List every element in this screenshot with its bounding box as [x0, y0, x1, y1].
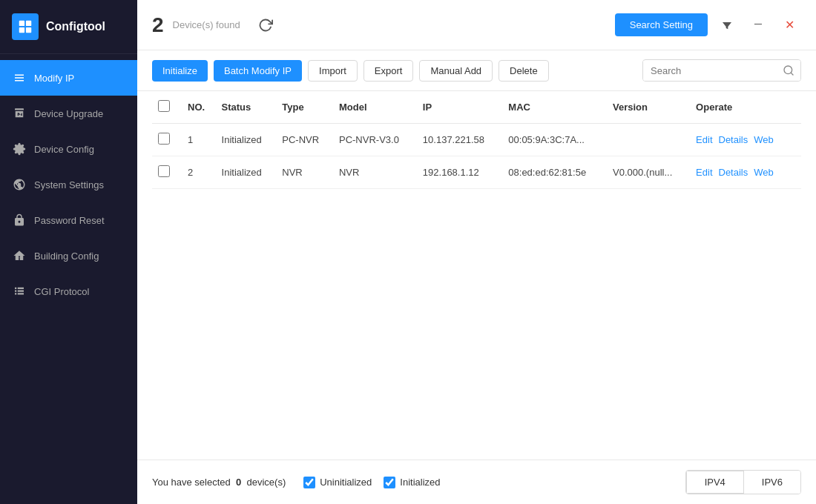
table-header-row: NO. Status Type Model IP MAC Version Ope…	[152, 91, 801, 124]
operate-details-1[interactable]: Details	[719, 167, 748, 178]
upgrade-icon	[12, 106, 27, 121]
sidebar-nav: Modify IP Device Upgrade Device Config S…	[0, 54, 137, 504]
batch-modify-ip-button[interactable]: Batch Modify IP	[214, 60, 302, 82]
sidebar-label-system-settings: System Settings	[34, 179, 104, 190]
operate-details-0[interactable]: Details	[719, 134, 748, 145]
topbar-right: Search Setting ─ ✕	[615, 13, 801, 37]
initialize-button[interactable]: Initialize	[152, 60, 208, 82]
delete-button[interactable]: Delete	[499, 60, 549, 82]
export-button[interactable]: Export	[363, 60, 414, 82]
row-operate: EditDetailsWeb	[690, 124, 801, 156]
row-checkbox-1[interactable]	[158, 165, 170, 177]
search-icon-button[interactable]	[777, 60, 800, 81]
row-version: V0.000.(null...	[607, 156, 690, 189]
operate-edit-1[interactable]: Edit	[696, 167, 712, 178]
sidebar-label-cgi-protocol: CGI Protocol	[34, 286, 89, 297]
operate-edit-0[interactable]: Edit	[696, 134, 712, 145]
table-row: 1 Initialized PC-NVR PC-NVR-V3.0 10.137.…	[152, 124, 801, 156]
col-version: Version	[607, 91, 690, 124]
logo-icon	[12, 13, 39, 40]
uninitialized-label: Uninitialized	[320, 477, 372, 488]
col-status: Status	[216, 91, 277, 124]
filter-button[interactable]	[715, 13, 739, 37]
row-type: NVR	[276, 156, 333, 189]
row-no: 2	[182, 156, 216, 189]
initialized-label: Initialized	[400, 477, 440, 488]
device-table-container: NO. Status Type Model IP MAC Version Ope…	[137, 91, 816, 460]
svg-rect-2	[19, 27, 24, 33]
sidebar-label-building-config: Building Config	[34, 251, 99, 262]
table-row: 2 Initialized NVR NVR 192.168.1.12 08:ed…	[152, 156, 801, 189]
row-mac: 00:05:9A:3C:7A...	[502, 124, 607, 156]
uninitialized-filter[interactable]: Uninitialized	[303, 477, 372, 488]
search-input[interactable]	[643, 61, 777, 81]
row-ip: 192.168.1.12	[417, 156, 502, 189]
row-model: NVR	[333, 156, 417, 189]
building-icon	[12, 248, 27, 263]
row-mac: 08:ed:ed:62:81:5e	[502, 156, 607, 189]
operate-web-0[interactable]: Web	[754, 134, 774, 145]
selected-count: 0	[236, 477, 241, 488]
select-all-col	[152, 91, 182, 124]
password-icon	[12, 213, 27, 228]
toolbar: Initialize Batch Modify IP Import Export…	[137, 50, 816, 91]
row-no: 1	[182, 124, 216, 156]
row-version	[607, 124, 690, 156]
sidebar-item-device-config[interactable]: Device Config	[0, 131, 137, 167]
col-operate: Operate	[690, 91, 801, 124]
sidebar-label-device-config: Device Config	[34, 144, 94, 155]
minimize-button[interactable]: ─	[746, 13, 770, 37]
initialized-checkbox[interactable]	[384, 477, 395, 488]
device-count: 2	[152, 13, 164, 37]
settings-icon	[12, 177, 27, 192]
initialized-filter[interactable]: Initialized	[384, 477, 440, 488]
row-status: Initialized	[216, 156, 277, 189]
app-logo: Configtool	[0, 0, 137, 54]
selected-text: You have selected 0 device(s)	[152, 477, 286, 488]
sidebar-label-password-reset: Password Reset	[34, 215, 105, 226]
ipv4-button[interactable]: IPV4	[686, 471, 744, 494]
row-ip: 10.137.221.58	[417, 124, 502, 156]
sidebar-label-modify-ip: Modify IP	[34, 73, 74, 84]
table-body: 1 Initialized PC-NVR PC-NVR-V3.0 10.137.…	[152, 124, 801, 189]
row-checkbox-cell	[152, 124, 182, 156]
device-table: NO. Status Type Model IP MAC Version Ope…	[152, 91, 801, 189]
row-checkbox-cell	[152, 156, 182, 189]
sidebar-item-cgi-protocol[interactable]: CGI Protocol	[0, 273, 137, 309]
close-button[interactable]: ✕	[777, 13, 801, 37]
config-icon	[12, 142, 27, 156]
selected-suffix: device(s)	[246, 477, 286, 488]
import-button[interactable]: Import	[308, 60, 358, 82]
svg-line-7	[791, 73, 793, 75]
manual-add-button[interactable]: Manual Add	[419, 60, 493, 82]
sidebar-item-device-upgrade[interactable]: Device Upgrade	[0, 96, 137, 131]
network-icon	[12, 70, 27, 85]
uninitialized-checkbox[interactable]	[303, 477, 315, 488]
col-mac: MAC	[502, 91, 607, 124]
footer: You have selected 0 device(s) Uninitiali…	[137, 460, 816, 504]
col-model: Model	[333, 91, 417, 124]
svg-rect-0	[19, 21, 24, 26]
sidebar-item-system-settings[interactable]: System Settings	[0, 167, 137, 202]
col-type: Type	[276, 91, 333, 124]
row-operate: EditDetailsWeb	[690, 156, 801, 189]
svg-rect-3	[26, 27, 31, 33]
ipv6-button[interactable]: IPV6	[744, 471, 800, 494]
operate-web-1[interactable]: Web	[754, 167, 774, 178]
select-all-checkbox[interactable]	[158, 100, 170, 112]
refresh-button[interactable]	[252, 12, 279, 39]
cgi-icon	[12, 284, 27, 299]
col-no: NO.	[182, 91, 216, 124]
sidebar-item-password-reset[interactable]: Password Reset	[0, 202, 137, 238]
sidebar-item-building-config[interactable]: Building Config	[0, 238, 137, 273]
main-content: 2 Device(s) found Search Setting ─ ✕	[137, 0, 816, 504]
col-ip: IP	[417, 91, 502, 124]
selected-prefix: You have selected	[152, 477, 231, 488]
search-box	[642, 59, 801, 82]
row-type: PC-NVR	[276, 124, 333, 156]
sidebar: Configtool Modify IP Device Upgrade Devi…	[0, 0, 137, 504]
search-setting-button[interactable]: Search Setting	[615, 13, 708, 36]
sidebar-label-device-upgrade: Device Upgrade	[34, 108, 103, 119]
sidebar-item-modify-ip[interactable]: Modify IP	[0, 60, 137, 96]
row-checkbox-0[interactable]	[158, 133, 170, 145]
